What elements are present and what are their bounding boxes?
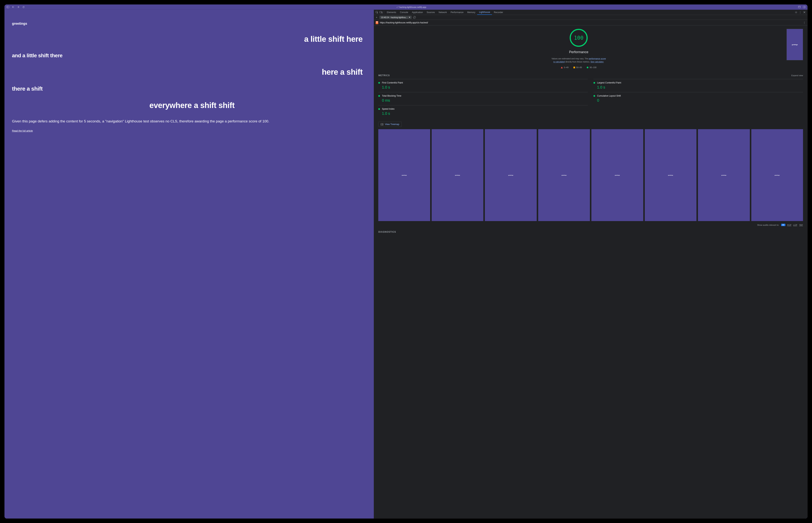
filmstrip-frame: greetings [645, 129, 696, 221]
svg-rect-7 [380, 12, 382, 13]
page-line-5: there a shift [12, 86, 366, 92]
metric-lcp-value: 1.0 s [594, 85, 803, 89]
tab-lighthouse[interactable]: Lighthouse [477, 10, 492, 15]
read-article-link[interactable]: Read the full article [12, 129, 33, 132]
score-legend: 0–49 50–89 90–100 [561, 66, 597, 69]
metric-fcp-value: 1.0 s [378, 85, 588, 89]
metric-tbt-value: 0 ms [378, 98, 588, 103]
tab-memory[interactable]: Memory [465, 10, 477, 15]
forward-icon[interactable] [17, 6, 20, 8]
see-calculator-link[interactable]: See calculator. [590, 61, 604, 63]
report-selector-label: 10:40:24 - hacking-lighthou… [381, 16, 408, 19]
filmstrip-frame: greetings [538, 129, 590, 221]
audits-filter-lcp[interactable]: LCP [793, 224, 797, 226]
svg-point-9 [796, 12, 796, 13]
lighthouse-urlbar: https://hacking-lighthouse.netlify.app/c… [374, 20, 808, 25]
svg-rect-2 [798, 6, 800, 8]
metric-cls-value: 0 [594, 98, 803, 103]
audits-filter-tbt[interactable]: TBT [799, 224, 803, 226]
metric-cls: Cumulative Layout Shift 0 [594, 92, 803, 105]
page-line-6: everywhere a shift shift [12, 101, 366, 110]
webpage-viewport: greetings a little shift here and a litt… [4, 10, 374, 519]
performance-summary: 100 Performance Values are estimated and… [378, 29, 779, 69]
metrics-section-header: METRICS Expand view [378, 74, 803, 77]
final-screenshot: greetings [787, 29, 803, 60]
chevron-down-icon: ▾ [409, 16, 410, 19]
treemap-icon [381, 123, 383, 125]
audits-filter-all[interactable]: All [781, 224, 785, 226]
filmstrip-frame: greetings [432, 129, 483, 221]
report-selector[interactable]: 10:40:24 - hacking-lighthou… ▾ [379, 16, 412, 19]
filmstrip: greetings greetings greetings greetings … [378, 129, 803, 221]
tab-console[interactable]: Console [398, 10, 410, 15]
browser-window: hacking-lighthouse.netlify.app greetings… [4, 4, 808, 519]
view-treemap-button[interactable]: View Treemap [378, 122, 402, 127]
metric-tbt: Total Blocking Time 0 ms [378, 92, 588, 105]
address-bar[interactable]: hacking-lighthouse.netlify.app [396, 6, 426, 8]
devtools-tabbar: Elements Console Application Sources Net… [374, 10, 808, 15]
sidebar-toggle-icon[interactable] [6, 6, 10, 8]
device-toggle-icon[interactable] [379, 11, 383, 14]
tab-application[interactable]: Application [410, 10, 425, 15]
settings-icon[interactable] [794, 11, 798, 14]
metric-lcp: Largest Contentful Paint 1.0 s [594, 79, 803, 92]
new-report-icon[interactable]: ＋ [375, 16, 378, 19]
share-icon[interactable] [798, 6, 801, 8]
page-line-1: greetings [12, 22, 366, 26]
tab-elements[interactable]: Elements [385, 10, 398, 15]
clear-report-icon[interactable] [413, 16, 416, 19]
back-icon[interactable] [12, 6, 15, 8]
link-icon [396, 6, 399, 8]
filmstrip-frame: greetings [698, 129, 749, 221]
tab-recorder[interactable]: Recorder [492, 10, 505, 15]
kebab-icon[interactable]: ⋮ [798, 11, 802, 14]
metrics-grid: First Contentful Paint 1.0 s Largest Con… [378, 79, 803, 118]
status-pass-icon [378, 95, 380, 97]
status-pass-icon [594, 82, 595, 84]
performance-score: 100 [574, 35, 584, 41]
diagnostics-label: DIAGNOSTICS [378, 231, 396, 233]
legend-pass-icon [587, 67, 588, 68]
audits-filter-fcp[interactable]: FCP [787, 224, 791, 226]
tab-network[interactable]: Network [437, 10, 449, 15]
lighthouse-report: 100 Performance Values are estimated and… [374, 25, 808, 519]
filmstrip-frame: greetings [378, 129, 430, 221]
browser-titlebar: hacking-lighthouse.netlify.app [4, 4, 808, 10]
lighthouse-icon [376, 21, 378, 24]
lighthouse-toolbar: ＋ 10:40:24 - hacking-lighthou… ▾ [374, 15, 808, 20]
audits-filter-bar: Show audits relevant to: All FCP LCP TBT [378, 224, 803, 226]
svg-rect-8 [382, 12, 383, 13]
status-pass-icon [594, 95, 595, 97]
tab-performance[interactable]: Performance [449, 10, 465, 15]
performance-description: Values are estimated and may vary. The p… [551, 57, 607, 63]
metric-fcp: First Contentful Paint 1.0 s [378, 79, 588, 92]
svg-rect-0 [7, 6, 9, 8]
address-bar-host: hacking-lighthouse.netlify.app [399, 6, 426, 8]
filmstrip-frame: greetings [751, 129, 803, 221]
expand-view-toggle[interactable]: Expand view [791, 74, 803, 76]
tab-sources[interactable]: Sources [425, 10, 437, 15]
reload-icon[interactable] [22, 6, 25, 8]
filmstrip-frame: greetings [485, 129, 536, 221]
page-line-2: a little shift here [12, 35, 366, 43]
status-pass-icon [378, 108, 380, 110]
split-view: greetings a little shift here and a litt… [4, 10, 808, 519]
legend-average-icon [573, 67, 575, 68]
legend-fail-icon [561, 67, 563, 68]
performance-gauge: 100 [570, 29, 588, 47]
metric-si: Speed Index 1.0 s [378, 105, 588, 118]
page-line-3: and a little shift there [12, 53, 366, 59]
tabs-icon[interactable] [802, 6, 806, 8]
inspect-icon[interactable] [375, 11, 379, 14]
report-url: https://hacking-lighthouse.netlify.app/c… [380, 21, 801, 24]
page-paragraph: Given this page defers adding the conten… [12, 119, 366, 124]
metrics-label: METRICS [378, 74, 390, 77]
report-menu-icon[interactable]: ⋮ [803, 21, 806, 24]
metric-si-value: 1.0 s [378, 111, 588, 116]
devtools-panel: Elements Console Application Sources Net… [374, 10, 808, 519]
status-pass-icon [378, 82, 380, 84]
diagnostics-section-header: DIAGNOSTICS [378, 231, 803, 233]
audits-filter-label: Show audits relevant to: [757, 224, 779, 226]
close-devtools-icon[interactable] [802, 11, 806, 13]
page-line-4: here a shift [12, 68, 366, 76]
